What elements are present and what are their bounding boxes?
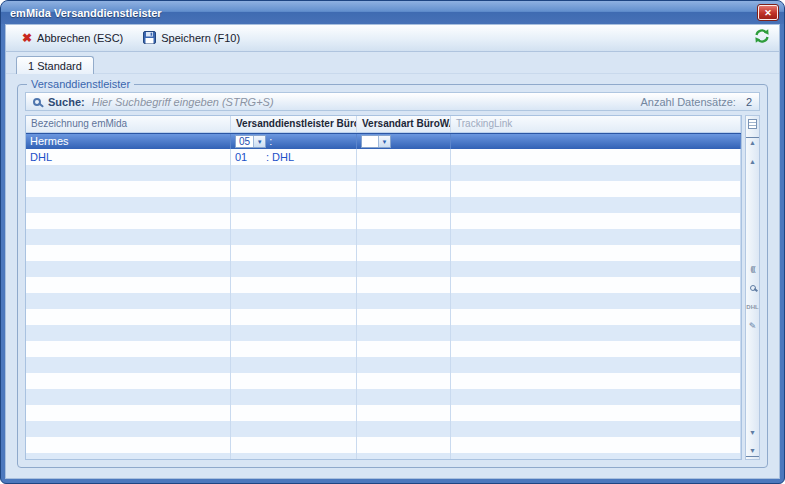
cell-empty[interactable] [357, 453, 451, 459]
cell-empty[interactable] [231, 165, 357, 181]
cell-empty[interactable] [451, 181, 741, 197]
cell-empty[interactable] [231, 213, 357, 229]
cell-empty[interactable] [231, 277, 357, 293]
cell-empty[interactable] [451, 165, 741, 181]
versandart-combobox[interactable]: ▼ [361, 135, 391, 148]
cell-versandart[interactable] [357, 149, 451, 165]
cell-empty[interactable] [357, 165, 451, 181]
cell-empty[interactable] [231, 453, 357, 459]
cell-empty[interactable] [26, 245, 231, 261]
cell-empty[interactable] [451, 229, 741, 245]
table-row-empty[interactable] [26, 197, 741, 213]
cell-empty[interactable] [26, 181, 231, 197]
table-row-empty[interactable] [26, 181, 741, 197]
cell-bezeichnung[interactable]: Hermes [26, 134, 231, 149]
table-row-empty[interactable] [26, 261, 741, 277]
cell-empty[interactable] [357, 437, 451, 453]
cell-empty[interactable] [231, 325, 357, 341]
cell-empty[interactable] [231, 245, 357, 261]
cell-empty[interactable] [26, 325, 231, 341]
cell-versandart[interactable]: ▼ [357, 134, 451, 149]
cell-empty[interactable] [451, 293, 741, 309]
cell-empty[interactable] [451, 277, 741, 293]
cell-empty[interactable] [451, 357, 741, 373]
cell-empty[interactable] [451, 437, 741, 453]
scroll-to-bottom-icon[interactable]: ▼ [746, 446, 759, 457]
cell-empty[interactable] [231, 293, 357, 309]
cell-empty[interactable] [451, 453, 741, 459]
cell-empty[interactable] [451, 421, 741, 437]
save-button[interactable]: Speichern (F10) [134, 28, 249, 49]
cell-empty[interactable] [451, 405, 741, 421]
cell-empty[interactable] [451, 197, 741, 213]
cell-empty[interactable] [26, 453, 231, 459]
cell-empty[interactable] [26, 405, 231, 421]
group-brackets-icon[interactable]: ((( [746, 263, 759, 274]
cell-empty[interactable] [231, 389, 357, 405]
cell-empty[interactable] [26, 213, 231, 229]
table-row-empty[interactable] [26, 437, 741, 453]
cell-bezeichnung[interactable]: DHL [26, 149, 231, 165]
cell-empty[interactable] [451, 213, 741, 229]
cell-empty[interactable] [26, 229, 231, 245]
table-row-empty[interactable] [26, 277, 741, 293]
cell-trackinglink[interactable] [451, 149, 741, 165]
table-row-empty[interactable] [26, 373, 741, 389]
table-row-empty[interactable] [26, 309, 741, 325]
cell-empty[interactable] [357, 261, 451, 277]
cell-empty[interactable] [357, 421, 451, 437]
cell-empty[interactable] [26, 277, 231, 293]
column-header-bezeichnung[interactable]: Bezeichnung emMida [26, 116, 231, 132]
table-row-dhl[interactable]: DHL 01 : DHL [26, 149, 741, 165]
table-row-empty[interactable] [26, 341, 741, 357]
cell-empty[interactable] [26, 261, 231, 277]
cell-empty[interactable] [451, 245, 741, 261]
cancel-button[interactable]: ✖ Abbrechen (ESC) [13, 29, 132, 47]
cell-empty[interactable] [357, 229, 451, 245]
table-row-empty[interactable] [26, 389, 741, 405]
dhl-icon[interactable]: DHL [746, 301, 759, 312]
cell-trackinglink[interactable] [451, 134, 741, 149]
cell-empty[interactable] [26, 293, 231, 309]
table-row-empty[interactable] [26, 229, 741, 245]
column-header-dienstleister[interactable]: Versanddienstleister BüroWARE [231, 116, 357, 132]
cell-empty[interactable] [231, 181, 357, 197]
column-options-icon[interactable] [746, 118, 759, 129]
cell-empty[interactable] [451, 261, 741, 277]
cell-empty[interactable] [26, 357, 231, 373]
zoom-icon[interactable] [746, 282, 759, 293]
cell-empty[interactable] [231, 229, 357, 245]
cell-empty[interactable] [231, 437, 357, 453]
cell-empty[interactable] [357, 181, 451, 197]
cell-empty[interactable] [451, 373, 741, 389]
table-row-empty[interactable] [26, 165, 741, 181]
cell-empty[interactable] [231, 341, 357, 357]
cell-empty[interactable] [26, 341, 231, 357]
table-row-empty[interactable] [26, 293, 741, 309]
edit-pencil-icon[interactable]: ✎ [746, 320, 759, 331]
cell-empty[interactable] [26, 373, 231, 389]
cell-empty[interactable] [231, 309, 357, 325]
table-row-empty[interactable] [26, 421, 741, 437]
chevron-down-icon[interactable]: ▼ [253, 136, 265, 147]
table-row-empty[interactable] [26, 453, 741, 459]
cell-empty[interactable] [357, 197, 451, 213]
table-row-empty[interactable] [26, 245, 741, 261]
cell-empty[interactable] [26, 165, 231, 181]
cell-dienstleister[interactable]: 05 ▼ : [231, 134, 357, 149]
scroll-up-icon[interactable]: ▲ [746, 156, 759, 167]
cell-empty[interactable] [451, 309, 741, 325]
cell-empty[interactable] [231, 357, 357, 373]
cell-empty[interactable] [357, 213, 451, 229]
search-bar[interactable]: Suche: Hier Suchbegriff eingeben (STRG+S… [25, 92, 760, 111]
cell-empty[interactable] [357, 405, 451, 421]
cell-empty[interactable] [357, 309, 451, 325]
scroll-to-top-icon[interactable]: ▲ [746, 137, 759, 148]
cell-empty[interactable] [451, 341, 741, 357]
close-button[interactable]: ✕ [758, 5, 778, 20]
cell-empty[interactable] [357, 373, 451, 389]
cell-empty[interactable] [231, 197, 357, 213]
table-row-empty[interactable] [26, 405, 741, 421]
refresh-button[interactable] [754, 28, 772, 48]
cell-empty[interactable] [357, 277, 451, 293]
